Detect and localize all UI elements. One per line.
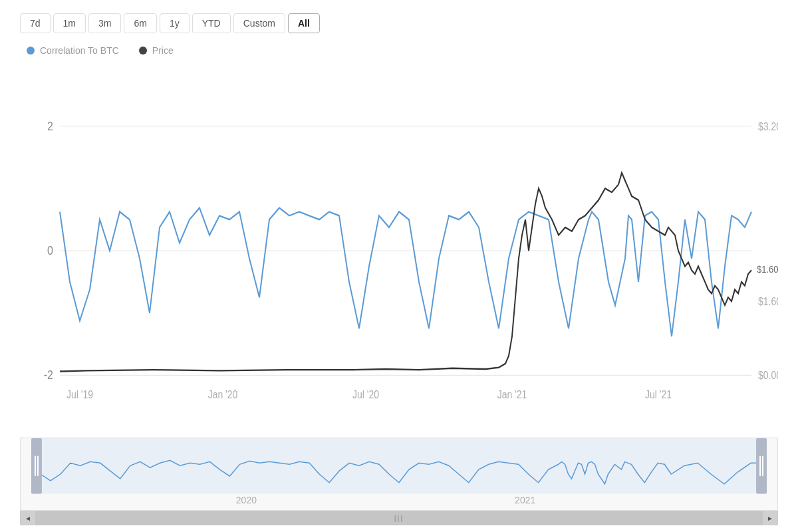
main-chart-area: intotheblock 2 0 -2 $3.20 $1.60 $0.00 Ju… (20, 64, 778, 438)
svg-text:2020: 2020 (236, 495, 257, 505)
svg-text:Jul '21: Jul '21 (645, 388, 672, 400)
svg-text:0: 0 (47, 243, 53, 258)
svg-text:Jan '21: Jan '21 (497, 388, 527, 400)
btn-ytd[interactable]: YTD (192, 13, 231, 33)
legend-dot-dark (139, 47, 147, 55)
svg-text:2021: 2021 (515, 495, 535, 505)
svg-rect-24 (756, 438, 767, 493)
btn-6m[interactable]: 6m (124, 13, 156, 33)
main-container: 7d 1m 3m 6m 1y YTD Custom All Correlatio… (0, 0, 798, 532)
main-chart-svg: 2 0 -2 $3.20 $1.60 $0.00 Jul '19 Jan '20… (20, 64, 778, 438)
svg-text:$1.60: $1.60 (757, 263, 778, 275)
scrollbar[interactable]: ◄ ||| ► (20, 511, 778, 525)
svg-text:-2: -2 (44, 368, 53, 382)
scroll-right-arrow[interactable]: ► (763, 511, 777, 525)
btn-7d[interactable]: 7d (20, 13, 51, 33)
svg-text:$0.00: $0.00 (758, 369, 778, 381)
btn-1y[interactable]: 1y (160, 13, 190, 33)
svg-rect-18 (31, 438, 767, 493)
time-range-bar: 7d 1m 3m 6m 1y YTD Custom All (20, 13, 778, 33)
btn-3m[interactable]: 3m (88, 13, 121, 33)
scrollbar-track[interactable]: ||| (35, 511, 763, 525)
scrollbar-handle-icon: ||| (394, 514, 404, 522)
legend-price: Price (139, 45, 174, 56)
btn-custom[interactable]: Custom (233, 13, 285, 33)
svg-rect-21 (31, 438, 42, 493)
navigator[interactable]: 2020 2021 (20, 438, 778, 511)
btn-1m[interactable]: 1m (53, 13, 86, 33)
svg-text:Jul '20: Jul '20 (352, 388, 379, 400)
svg-text:Jan '20: Jan '20 (208, 388, 238, 400)
chart-wrapper: intotheblock 2 0 -2 $3.20 $1.60 $0.00 Ju… (20, 64, 778, 525)
svg-text:$1.60: $1.60 (758, 295, 778, 307)
svg-text:$3.20: $3.20 (758, 120, 778, 132)
scroll-left-arrow[interactable]: ◄ (21, 511, 35, 525)
legend-correlation: Correlation To BTC (27, 45, 119, 56)
svg-text:Jul '19: Jul '19 (66, 388, 93, 400)
scrollbar-thumb[interactable]: ||| (35, 511, 763, 525)
btn-all[interactable]: All (288, 13, 320, 33)
legend-label-correlation: Correlation To BTC (40, 45, 119, 56)
chart-legend: Correlation To BTC Price (27, 45, 778, 56)
svg-text:2: 2 (47, 118, 53, 133)
legend-dot-blue (27, 47, 35, 55)
legend-label-price: Price (152, 45, 174, 56)
